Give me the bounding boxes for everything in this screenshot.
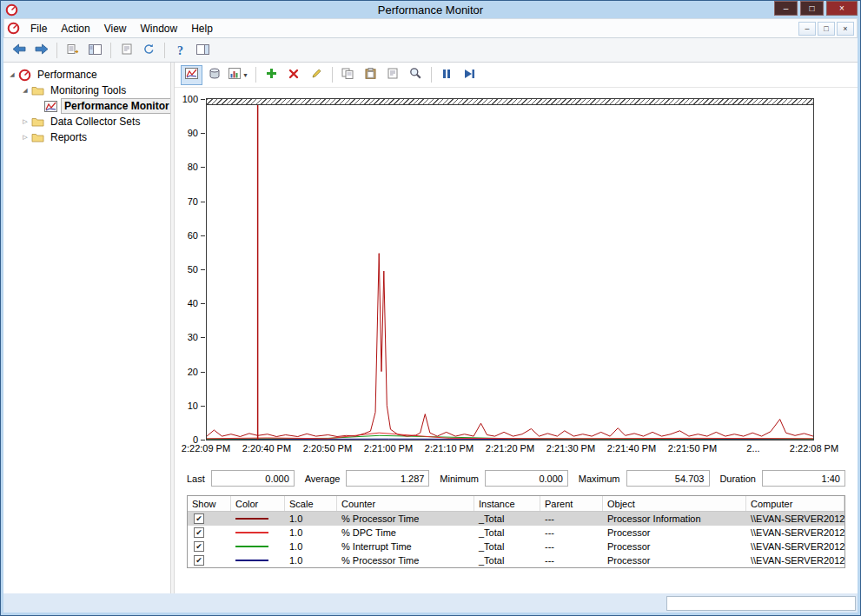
stat-label-maximum: Maximum xyxy=(579,474,620,484)
show-hide-console-tree-button[interactable] xyxy=(84,40,106,60)
legend-row[interactable]: ✔1.0% Processor Time_Total---Processor I… xyxy=(188,512,844,526)
sidebar-item-reports[interactable]: ▷Reports xyxy=(3,129,170,145)
chart-area: 1009080706050403020100 2:22:09 PM2:20:40… xyxy=(175,98,858,460)
tree-expander-icon[interactable]: ▷ xyxy=(20,118,30,125)
highlight-button[interactable] xyxy=(306,65,328,85)
show-checkbox[interactable]: ✔ xyxy=(194,555,204,566)
menu-window[interactable]: Window xyxy=(134,20,185,37)
properties-button[interactable] xyxy=(382,65,404,85)
paste-counter-list-button[interactable] xyxy=(360,65,381,85)
y-tick-mark xyxy=(201,99,205,100)
toolbar-separator xyxy=(332,67,333,83)
chart-plot[interactable] xyxy=(206,98,814,440)
back-button[interactable] xyxy=(8,40,30,60)
title-bar[interactable]: Performance Monitor –□× xyxy=(3,1,858,18)
freeze-display-button[interactable] xyxy=(436,65,458,85)
legend-column-computer[interactable]: Computer xyxy=(746,496,844,511)
stat-minimum: Minimum0.000 xyxy=(440,470,568,487)
chart-line-icon xyxy=(185,67,198,83)
legend-cell-instance: _Total xyxy=(474,513,540,524)
y-tick-mark xyxy=(201,133,205,134)
sidebar-item-performance[interactable]: ◢Performance xyxy=(3,67,170,83)
menu-help[interactable]: Help xyxy=(184,20,220,37)
update-data-button[interactable] xyxy=(459,65,480,85)
help-button[interactable]: ? xyxy=(169,40,191,60)
view-current-activity-button[interactable] xyxy=(181,65,202,85)
menu-action[interactable]: Action xyxy=(54,20,96,37)
properties-button[interactable] xyxy=(116,40,137,60)
legend-cell-counter: % Interrupt Time xyxy=(337,541,474,552)
minimize-button[interactable]: – xyxy=(774,1,798,16)
forward-button[interactable] xyxy=(30,40,52,60)
window-title: Performance Monitor xyxy=(3,3,858,17)
folder-icon xyxy=(30,132,45,142)
delete-counter-button[interactable] xyxy=(283,65,305,85)
sidebar-item-monitoring-tools[interactable]: ◢Monitoring Tools xyxy=(3,83,170,98)
mdi-minimize-button[interactable]: – xyxy=(798,22,816,36)
console-toolbar: ? xyxy=(3,38,858,63)
legend-cell-counter: % Processor Time xyxy=(337,555,474,566)
legend-cell-computer: \\EVAN-SERVER2012 xyxy=(746,555,844,566)
legend-cell-computer: \\EVAN-SERVER2012 xyxy=(746,527,844,538)
delete-icon xyxy=(288,67,299,83)
toolbar-separator xyxy=(56,43,57,58)
view-log-data-button[interactable] xyxy=(203,65,225,85)
x-axis-label: 2:21:20 PM xyxy=(486,443,534,454)
add-counter-button[interactable] xyxy=(261,65,282,85)
mdi-restore-button[interactable]: □ xyxy=(818,22,835,36)
mdi-close-button[interactable]: × xyxy=(837,22,854,36)
tree-expander-icon[interactable]: ▷ xyxy=(20,134,30,141)
export-list-button[interactable] xyxy=(62,40,83,60)
mdi-app-icon xyxy=(7,22,20,35)
performance-monitor-window: Performance Monitor –□× FileActionViewWi… xyxy=(0,0,861,616)
show-checkbox[interactable]: ✔ xyxy=(194,513,204,524)
copy-properties-button[interactable] xyxy=(337,65,359,85)
stat-last: Last0.000 xyxy=(187,470,295,487)
menu-file[interactable]: File xyxy=(23,20,54,37)
legend-column-object[interactable]: Object xyxy=(603,496,746,511)
counter-legend: ShowColorScaleCounterInstanceParentObjec… xyxy=(187,495,845,568)
legend-column-counter[interactable]: Counter xyxy=(337,496,474,511)
legend-row[interactable]: ✔1.0% Interrupt Time_Total---Processor\\… xyxy=(188,540,844,553)
close-button[interactable]: × xyxy=(826,1,858,16)
menu-view[interactable]: View xyxy=(97,20,134,37)
y-tick-mark xyxy=(201,269,205,270)
y-axis-label: 20 xyxy=(188,367,198,377)
y-axis-label: 70 xyxy=(188,196,198,207)
sidebar-item-data-collector-sets[interactable]: ▷Data Collector Sets xyxy=(3,114,170,129)
refresh-button[interactable] xyxy=(138,40,160,60)
y-axis-label: 100 xyxy=(182,94,198,104)
show-checkbox[interactable]: ✔ xyxy=(194,527,204,538)
zoom-button[interactable] xyxy=(405,65,427,85)
show-hide-action-pane-button[interactable] xyxy=(192,40,214,60)
stat-label-last: Last xyxy=(187,474,205,484)
legend-column-instance[interactable]: Instance xyxy=(474,496,540,511)
sidebar-item-performance-monitor[interactable]: Performance Monitor xyxy=(3,98,170,114)
change-graph-type-button[interactable]: ▼ xyxy=(226,65,251,85)
maximize-button[interactable]: □ xyxy=(800,1,824,16)
y-axis: 1009080706050403020100 xyxy=(175,98,206,440)
mdi-window-buttons: –□× xyxy=(797,22,854,36)
legend-column-color[interactable]: Color xyxy=(231,496,285,511)
x-axis-label: 2:21:30 PM xyxy=(546,443,595,454)
chart-canvas xyxy=(207,99,813,440)
legend-cell-scale: 1.0 xyxy=(285,513,337,524)
legend-row[interactable]: ✔1.0% DPC Time_Total---Processor\\EVAN-S… xyxy=(188,526,844,540)
legend-column-show[interactable]: Show xyxy=(188,496,231,511)
tree-item-label: Reports xyxy=(48,130,89,144)
legend-cell-show: ✔ xyxy=(188,513,231,524)
legend-cell-counter: % DPC Time xyxy=(337,527,474,538)
legend-row[interactable]: ✔1.0% Processor Time_Total---Processor\\… xyxy=(188,553,844,567)
graph-type-icon xyxy=(228,67,241,83)
show-checkbox[interactable]: ✔ xyxy=(194,541,204,552)
action-pane-icon xyxy=(196,43,209,58)
tree-expander-icon[interactable]: ◢ xyxy=(7,71,17,78)
legend-column-parent[interactable]: Parent xyxy=(540,496,603,511)
chevron-down-icon[interactable]: ▼ xyxy=(242,72,248,78)
legend-cell-show: ✔ xyxy=(188,541,231,552)
tree-expander-icon[interactable]: ◢ xyxy=(20,87,30,94)
legend-cell-counter: % Processor Time xyxy=(337,513,474,524)
legend-cell-object: Processor Information xyxy=(603,513,746,524)
legend-column-scale[interactable]: Scale xyxy=(285,496,337,511)
legend-cell-color xyxy=(231,546,285,547)
